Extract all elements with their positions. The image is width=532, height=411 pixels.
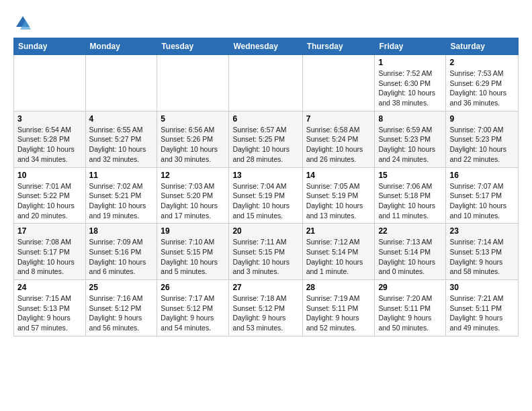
- day-info: Sunrise: 7:02 AM Sunset: 5:21 PM Dayligh…: [89, 181, 154, 221]
- calendar-cell: [229, 55, 302, 111]
- calendar-cell: 21Sunrise: 7:12 AM Sunset: 5:14 PM Dayli…: [302, 224, 375, 280]
- weekday-header-saturday: Saturday: [446, 38, 519, 55]
- day-info: Sunrise: 7:08 AM Sunset: 5:17 PM Dayligh…: [17, 237, 82, 277]
- day-number: 13: [232, 171, 298, 180]
- day-number: 8: [378, 114, 442, 124]
- day-info: Sunrise: 7:15 AM Sunset: 5:13 PM Dayligh…: [17, 293, 82, 333]
- calendar-cell: 15Sunrise: 7:06 AM Sunset: 5:18 PM Dayli…: [375, 167, 446, 224]
- calendar-cell: 2Sunrise: 7:53 AM Sunset: 6:29 PM Daylig…: [446, 55, 519, 111]
- calendar-cell: 8Sunrise: 6:59 AM Sunset: 5:23 PM Daylig…: [375, 111, 446, 167]
- day-number: 5: [161, 114, 225, 124]
- calendar-cell: 13Sunrise: 7:04 AM Sunset: 5:19 PM Dayli…: [229, 167, 302, 224]
- weekday-header-monday: Monday: [85, 38, 157, 55]
- calendar-cell: 16Sunrise: 7:07 AM Sunset: 5:17 PM Dayli…: [446, 167, 519, 224]
- day-number: 3: [17, 114, 82, 124]
- day-info: Sunrise: 7:11 AM Sunset: 5:15 PM Dayligh…: [232, 237, 298, 277]
- day-info: Sunrise: 7:12 AM Sunset: 5:14 PM Dayligh…: [306, 237, 371, 277]
- weekday-header-tuesday: Tuesday: [157, 38, 229, 55]
- day-number: 23: [449, 226, 515, 236]
- day-info: Sunrise: 7:17 AM Sunset: 5:12 PM Dayligh…: [161, 293, 225, 333]
- calendar-cell: 10Sunrise: 7:01 AM Sunset: 5:22 PM Dayli…: [14, 167, 86, 224]
- day-number: 21: [306, 226, 371, 236]
- day-number: 22: [378, 226, 442, 236]
- day-info: Sunrise: 6:55 AM Sunset: 5:27 PM Dayligh…: [89, 125, 154, 165]
- day-info: Sunrise: 7:03 AM Sunset: 5:20 PM Dayligh…: [161, 181, 225, 221]
- day-info: Sunrise: 7:13 AM Sunset: 5:14 PM Dayligh…: [378, 237, 442, 277]
- weekday-header-friday: Friday: [375, 38, 446, 55]
- calendar-cell: 19Sunrise: 7:10 AM Sunset: 5:15 PM Dayli…: [157, 224, 229, 280]
- day-number: 15: [378, 171, 442, 180]
- day-number: 4: [89, 114, 154, 124]
- calendar-header-row: SundayMondayTuesdayWednesdayThursdayFrid…: [14, 38, 519, 55]
- day-info: Sunrise: 6:58 AM Sunset: 5:24 PM Dayligh…: [306, 125, 371, 165]
- day-info: Sunrise: 7:53 AM Sunset: 6:29 PM Dayligh…: [449, 68, 515, 108]
- calendar-cell: 9Sunrise: 7:00 AM Sunset: 5:23 PM Daylig…: [446, 111, 519, 167]
- calendar-cell: 17Sunrise: 7:08 AM Sunset: 5:17 PM Dayli…: [14, 224, 86, 280]
- day-number: 24: [17, 283, 82, 292]
- day-number: 26: [161, 283, 225, 292]
- day-info: Sunrise: 7:00 AM Sunset: 5:23 PM Dayligh…: [449, 125, 515, 165]
- calendar-week-row: 17Sunrise: 7:08 AM Sunset: 5:17 PM Dayli…: [14, 224, 519, 280]
- day-info: Sunrise: 7:10 AM Sunset: 5:15 PM Dayligh…: [161, 237, 225, 277]
- day-number: 2: [449, 58, 515, 67]
- calendar-cell: 28Sunrise: 7:19 AM Sunset: 5:11 PM Dayli…: [302, 280, 375, 336]
- day-number: 6: [232, 114, 298, 124]
- day-info: Sunrise: 7:21 AM Sunset: 5:11 PM Dayligh…: [449, 293, 515, 333]
- day-info: Sunrise: 7:14 AM Sunset: 5:13 PM Dayligh…: [449, 237, 515, 277]
- calendar-cell: 4Sunrise: 6:55 AM Sunset: 5:27 PM Daylig…: [85, 111, 157, 167]
- day-info: Sunrise: 6:56 AM Sunset: 5:26 PM Dayligh…: [161, 125, 225, 165]
- day-info: Sunrise: 6:57 AM Sunset: 5:25 PM Dayligh…: [232, 125, 298, 165]
- weekday-header-wednesday: Wednesday: [229, 38, 302, 55]
- logo: [13, 13, 35, 32]
- calendar-cell: 23Sunrise: 7:14 AM Sunset: 5:13 PM Dayli…: [446, 224, 519, 280]
- calendar-cell: 26Sunrise: 7:17 AM Sunset: 5:12 PM Dayli…: [157, 280, 229, 336]
- day-number: 16: [449, 171, 515, 180]
- day-info: Sunrise: 7:18 AM Sunset: 5:12 PM Dayligh…: [232, 293, 298, 333]
- day-info: Sunrise: 6:54 AM Sunset: 5:28 PM Dayligh…: [17, 125, 82, 165]
- calendar-cell: 6Sunrise: 6:57 AM Sunset: 5:25 PM Daylig…: [229, 111, 302, 167]
- calendar-cell: 14Sunrise: 7:05 AM Sunset: 5:19 PM Dayli…: [302, 167, 375, 224]
- weekday-header-sunday: Sunday: [14, 38, 86, 55]
- calendar-week-row: 10Sunrise: 7:01 AM Sunset: 5:22 PM Dayli…: [14, 167, 519, 224]
- calendar-cell: 7Sunrise: 6:58 AM Sunset: 5:24 PM Daylig…: [302, 111, 375, 167]
- day-info: Sunrise: 7:05 AM Sunset: 5:19 PM Dayligh…: [306, 181, 371, 221]
- day-info: Sunrise: 7:52 AM Sunset: 6:30 PM Dayligh…: [378, 68, 442, 108]
- calendar-cell: [14, 55, 86, 111]
- calendar-cell: 1Sunrise: 7:52 AM Sunset: 6:30 PM Daylig…: [375, 55, 446, 111]
- day-number: 14: [306, 171, 371, 180]
- day-info: Sunrise: 7:04 AM Sunset: 5:19 PM Dayligh…: [232, 181, 298, 221]
- day-number: 12: [161, 171, 225, 180]
- calendar-cell: 30Sunrise: 7:21 AM Sunset: 5:11 PM Dayli…: [446, 280, 519, 336]
- header: [13, 11, 519, 32]
- day-number: 11: [89, 171, 154, 180]
- calendar-cell: [157, 55, 229, 111]
- day-number: 17: [17, 226, 82, 236]
- day-number: 10: [17, 171, 82, 180]
- day-number: 27: [232, 283, 298, 292]
- day-number: 30: [449, 283, 515, 292]
- calendar-cell: 22Sunrise: 7:13 AM Sunset: 5:14 PM Dayli…: [375, 224, 446, 280]
- weekday-header-thursday: Thursday: [302, 38, 375, 55]
- page: SundayMondayTuesdayWednesdayThursdayFrid…: [0, 0, 532, 343]
- logo-icon: [13, 13, 32, 32]
- day-number: 28: [306, 283, 371, 292]
- calendar-cell: 24Sunrise: 7:15 AM Sunset: 5:13 PM Dayli…: [14, 280, 86, 336]
- day-number: 29: [378, 283, 442, 292]
- calendar-week-row: 24Sunrise: 7:15 AM Sunset: 5:13 PM Dayli…: [14, 280, 519, 336]
- calendar-cell: 5Sunrise: 6:56 AM Sunset: 5:26 PM Daylig…: [157, 111, 229, 167]
- calendar-cell: 29Sunrise: 7:20 AM Sunset: 5:11 PM Dayli…: [375, 280, 446, 336]
- day-info: Sunrise: 7:20 AM Sunset: 5:11 PM Dayligh…: [378, 293, 442, 333]
- calendar-cell: 18Sunrise: 7:09 AM Sunset: 5:16 PM Dayli…: [85, 224, 157, 280]
- day-info: Sunrise: 7:16 AM Sunset: 5:12 PM Dayligh…: [89, 293, 154, 333]
- calendar-cell: 11Sunrise: 7:02 AM Sunset: 5:21 PM Dayli…: [85, 167, 157, 224]
- day-info: Sunrise: 7:07 AM Sunset: 5:17 PM Dayligh…: [449, 181, 515, 221]
- calendar-week-row: 3Sunrise: 6:54 AM Sunset: 5:28 PM Daylig…: [14, 111, 519, 167]
- day-info: Sunrise: 7:09 AM Sunset: 5:16 PM Dayligh…: [89, 237, 154, 277]
- day-info: Sunrise: 6:59 AM Sunset: 5:23 PM Dayligh…: [378, 125, 442, 165]
- calendar-cell: 12Sunrise: 7:03 AM Sunset: 5:20 PM Dayli…: [157, 167, 229, 224]
- day-number: 7: [306, 114, 371, 124]
- day-number: 19: [161, 226, 225, 236]
- calendar-cell: 27Sunrise: 7:18 AM Sunset: 5:12 PM Dayli…: [229, 280, 302, 336]
- day-number: 25: [89, 283, 154, 292]
- calendar-table: SundayMondayTuesdayWednesdayThursdayFrid…: [13, 38, 519, 336]
